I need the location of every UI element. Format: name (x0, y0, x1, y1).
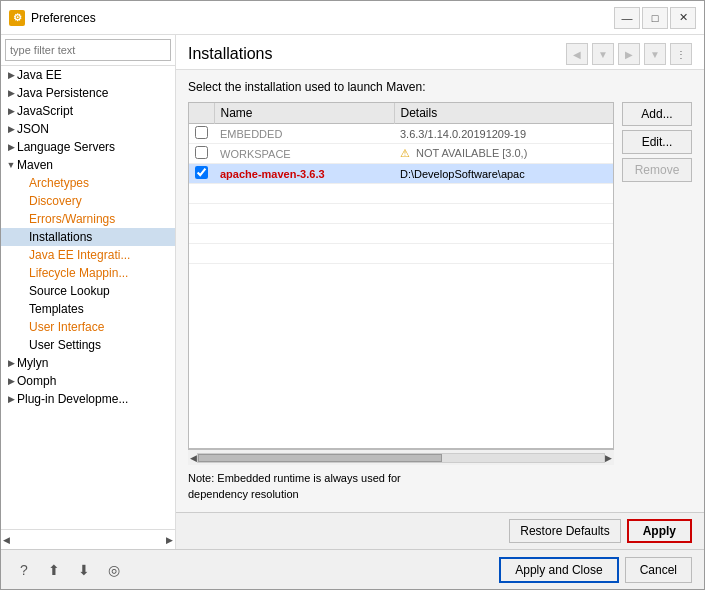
workspace-details-text: NOT AVAILABLE [3.0,) (416, 147, 527, 159)
add-button[interactable]: Add... (622, 102, 692, 126)
name-column-header: Name (214, 103, 394, 124)
horizontal-scrollbar[interactable]: ◀ ▶ (188, 449, 614, 465)
table-row[interactable]: apache-maven-3.6.3 D:\DevelopSoftware\ap… (189, 164, 613, 184)
sidebar-item-maven[interactable]: ▼ Maven (1, 156, 175, 174)
scroll-track[interactable] (197, 453, 605, 463)
collapse-arrow: ▶ (5, 141, 17, 153)
warning-icon: ⚠ (400, 147, 410, 159)
table: Name Details EMBEDDED (189, 103, 613, 264)
sidebar-item-mylyn[interactable]: ▶ Mylyn (1, 354, 175, 372)
collapse-arrow: ▶ (5, 357, 17, 369)
apply-button[interactable]: Apply (627, 519, 692, 543)
nav-buttons: ◀ ▼ ▶ ▼ ⋮ (566, 43, 692, 65)
title-bar: ⚙ Preferences — □ ✕ (1, 1, 704, 35)
page-title: Installations (188, 45, 566, 63)
table-header-row: Name Details (189, 103, 613, 124)
minimize-button[interactable]: — (614, 7, 640, 29)
cancel-button[interactable]: Cancel (625, 557, 692, 583)
back-button[interactable]: ◀ (566, 43, 588, 65)
scroll-thumb (198, 454, 442, 462)
details-column-header: Details (394, 103, 613, 124)
row-checkbox-cell[interactable] (189, 144, 214, 164)
sidebar-item-templates[interactable]: Templates (1, 300, 175, 318)
preferences-window: ⚙ Preferences — □ ✕ ▶ Java EE ▶ Java Per… (0, 0, 705, 590)
sidebar-item-installations[interactable]: Installations (1, 228, 175, 246)
collapse-arrow: ▶ (5, 123, 17, 135)
content-subtitle: Select the installation used to launch M… (188, 80, 692, 94)
window-title: Preferences (31, 11, 614, 25)
collapse-arrow: ▶ (5, 87, 17, 99)
sidebar-item-user-interface[interactable]: User Interface (1, 318, 175, 336)
window-icon: ⚙ (9, 10, 25, 26)
export-icon[interactable]: ⬆ (43, 559, 65, 581)
checkbox-header (189, 103, 214, 124)
sidebar-item-user-settings[interactable]: User Settings (1, 336, 175, 354)
embedded-details: 3.6.3/1.14.0.20191209-19 (394, 124, 613, 144)
search-input[interactable] (5, 39, 171, 61)
row-checkbox-cell[interactable] (189, 164, 214, 184)
note-text: Note: Embedded runtime is always used fo… (188, 471, 692, 502)
window-controls: — □ ✕ (614, 7, 696, 29)
footer-bar: ? ⬆ ⬇ ◎ Apply and Close Cancel (1, 549, 704, 589)
sidebar-scroll-controls: ◀ ▶ (1, 529, 175, 549)
sidebar-item-oomph[interactable]: ▶ Oomph (1, 372, 175, 390)
table-row-empty-2 (189, 204, 613, 224)
edit-button[interactable]: Edit... (622, 130, 692, 154)
table-wrapper: Name Details EMBEDDED (188, 102, 614, 465)
forward-dropdown-button[interactable]: ▼ (644, 43, 666, 65)
table-row[interactable]: EMBEDDED 3.6.3/1.14.0.20191209-19 (189, 124, 613, 144)
table-row-empty-1 (189, 184, 613, 204)
table-row-empty-4 (189, 244, 613, 264)
footer-icons: ? ⬆ ⬇ ◎ (13, 559, 125, 581)
scroll-right-arrow[interactable]: ▶ (166, 535, 173, 545)
table-with-buttons: Name Details EMBEDDED (188, 102, 692, 465)
embedded-name: EMBEDDED (214, 124, 394, 144)
table-row-empty-3 (189, 224, 613, 244)
scroll-right-arrow[interactable]: ▶ (605, 453, 612, 463)
sidebar: ▶ Java EE ▶ Java Persistence ▶ JavaScrip… (1, 35, 176, 549)
back-dropdown-button[interactable]: ▼ (592, 43, 614, 65)
help-icon[interactable]: ? (13, 559, 35, 581)
sidebar-item-java-ee-integration[interactable]: Java EE Integrati... (1, 246, 175, 264)
content-inner: Select the installation used to launch M… (176, 70, 704, 512)
restore-defaults-button[interactable]: Restore Defaults (509, 519, 620, 543)
workspace-checkbox[interactable] (195, 146, 208, 159)
scroll-left-arrow[interactable]: ◀ (190, 453, 197, 463)
row-checkbox-cell[interactable] (189, 124, 214, 144)
sidebar-item-java-persistence[interactable]: ▶ Java Persistence (1, 84, 175, 102)
sidebar-item-javascript[interactable]: ▶ JavaScript (1, 102, 175, 120)
settings-icon[interactable]: ◎ (103, 559, 125, 581)
sidebar-item-lifecycle-mapping[interactable]: Lifecycle Mappin... (1, 264, 175, 282)
sidebar-item-json[interactable]: ▶ JSON (1, 120, 175, 138)
apache-name: apache-maven-3.6.3 (214, 164, 394, 184)
installations-table[interactable]: Name Details EMBEDDED (188, 102, 614, 449)
maximize-button[interactable]: □ (642, 7, 668, 29)
apache-checkbox[interactable] (195, 166, 208, 179)
content-header: Installations ◀ ▼ ▶ ▼ ⋮ (176, 35, 704, 70)
main-content: ▶ Java EE ▶ Java Persistence ▶ JavaScrip… (1, 35, 704, 549)
forward-button[interactable]: ▶ (618, 43, 640, 65)
sidebar-item-discovery[interactable]: Discovery (1, 192, 175, 210)
search-box (1, 35, 175, 66)
sidebar-item-errors-warnings[interactable]: Errors/Warnings (1, 210, 175, 228)
import-icon[interactable]: ⬇ (73, 559, 95, 581)
tree: ▶ Java EE ▶ Java Persistence ▶ JavaScrip… (1, 66, 175, 529)
embedded-checkbox[interactable] (195, 126, 208, 139)
table-row[interactable]: WORKSPACE ⚠ NOT AVAILABLE [3.0,) (189, 144, 613, 164)
sidebar-item-plug-in-dev[interactable]: ▶ Plug-in Developme... (1, 390, 175, 408)
sidebar-item-language-servers[interactable]: ▶ Language Servers (1, 138, 175, 156)
right-action-buttons: Add... Edit... Remove (622, 102, 692, 465)
collapse-arrow: ▶ (5, 69, 17, 81)
overflow-button[interactable]: ⋮ (670, 43, 692, 65)
apache-details: D:\DevelopSoftware\apac (394, 164, 613, 184)
remove-button[interactable]: Remove (622, 158, 692, 182)
sidebar-item-java-ee[interactable]: ▶ Java EE (1, 66, 175, 84)
footer-buttons: Apply and Close Cancel (499, 557, 692, 583)
collapse-arrow: ▶ (5, 375, 17, 387)
apply-and-close-button[interactable]: Apply and Close (499, 557, 618, 583)
sidebar-item-source-lookup[interactable]: Source Lookup (1, 282, 175, 300)
content-area: Installations ◀ ▼ ▶ ▼ ⋮ Select the insta… (176, 35, 704, 549)
close-button[interactable]: ✕ (670, 7, 696, 29)
sidebar-item-archetypes[interactable]: Archetypes (1, 174, 175, 192)
scroll-left-arrow[interactable]: ◀ (3, 535, 10, 545)
